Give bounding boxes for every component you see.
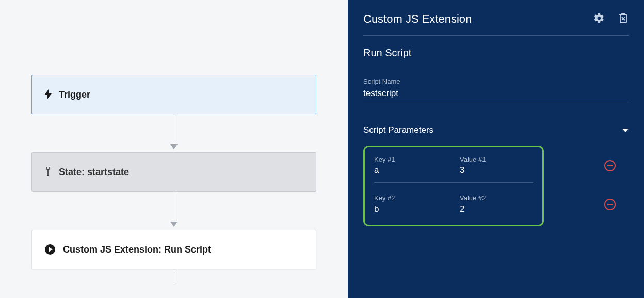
- panel-subtitle: Run Script: [363, 47, 629, 59]
- details-panel: Custom JS Extension Run Script Script Na…: [348, 0, 644, 298]
- param-value-value[interactable]: 2: [460, 204, 533, 214]
- trigger-node-label: Trigger: [59, 89, 90, 100]
- parameter-row: Key #2 b Value #2 2: [374, 194, 533, 214]
- script-name-input[interactable]: [363, 85, 629, 103]
- action-node[interactable]: Custom JS Extension: Run Script: [31, 230, 316, 269]
- remove-parameter-button[interactable]: [604, 160, 616, 171]
- connector-arrow: [0, 192, 348, 230]
- param-key-value[interactable]: a: [374, 165, 447, 176]
- parameters-highlight-box: Key #1 a Value #1 3 Key #2 b Value #2 2: [363, 146, 544, 226]
- divider: [374, 182, 533, 183]
- param-key-label: Key #1: [374, 155, 447, 163]
- connector-arrow: [0, 114, 348, 152]
- param-value-value[interactable]: 3: [460, 165, 533, 176]
- connector-line: [0, 269, 348, 285]
- play-circle-icon: [44, 244, 56, 255]
- action-node-label: Custom JS Extension: Run Script: [63, 244, 211, 255]
- state-node[interactable]: State: startstate: [31, 152, 316, 192]
- param-value-label: Value #1: [460, 155, 533, 163]
- chevron-down-icon: [622, 129, 629, 132]
- parameter-row: Key #1 a Value #1 3: [374, 155, 533, 176]
- panel-header: Custom JS Extension: [363, 12, 629, 36]
- script-name-label: Script Name: [363, 77, 629, 85]
- trash-icon[interactable]: [618, 12, 629, 26]
- script-parameters-header[interactable]: Script Parameters: [363, 125, 629, 135]
- bolt-icon: [44, 89, 52, 100]
- shovel-icon: [44, 167, 52, 177]
- trigger-node[interactable]: Trigger: [31, 75, 316, 114]
- panel-title: Custom JS Extension: [363, 12, 472, 26]
- state-node-label: State: startstate: [59, 167, 129, 178]
- param-key-value[interactable]: b: [374, 204, 447, 214]
- param-key-label: Key #2: [374, 194, 447, 202]
- svg-rect-0: [46, 167, 50, 169]
- param-value-label: Value #2: [460, 194, 533, 202]
- remove-parameter-button[interactable]: [604, 199, 616, 210]
- script-parameters-title: Script Parameters: [363, 125, 433, 135]
- script-name-field: Script Name: [363, 77, 629, 103]
- flow-canvas[interactable]: Trigger State: startstate Custom JS Exte…: [0, 0, 348, 298]
- gear-icon[interactable]: [593, 12, 605, 26]
